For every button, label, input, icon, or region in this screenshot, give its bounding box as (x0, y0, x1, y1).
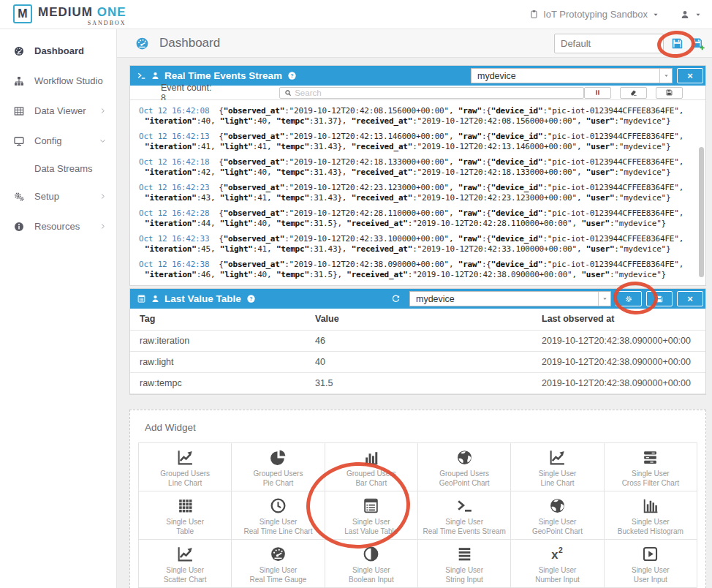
widget-tile-group: Single User (445, 565, 483, 575)
help-icon[interactable]: ? (287, 71, 297, 80)
table-cell: 2019-10-12T20:42:38.090000+00:00 (532, 351, 705, 372)
device-input[interactable] (410, 292, 598, 306)
table-row: raw:iteration462019-10-12T20:42:38.09000… (130, 330, 705, 351)
sidebar-item-label: Setup (34, 191, 59, 202)
search-input[interactable] (295, 88, 583, 97)
widget-tile-type: GeoPoint Chart (439, 478, 490, 488)
refresh-icon[interactable] (391, 294, 401, 304)
user-caret-icon[interactable] (694, 11, 702, 18)
widget-tile-single-user-boolean-input[interactable]: Single UserBoolean Input (325, 540, 418, 588)
device-input[interactable] (471, 69, 659, 83)
sidebar-item-label: Config (34, 135, 62, 146)
last-value-table-widget: Last Value Table ? × TagValueLast observ… (129, 288, 706, 395)
widget-tile-single-user-user-input[interactable]: Single UserUser Input (605, 540, 697, 588)
sidebar-item-data-streams[interactable]: Data Streams (0, 156, 116, 181)
lvt-widget-header: Last Value Table ? × (130, 289, 705, 309)
device-dropdown-button[interactable] (598, 292, 610, 306)
histogram-icon (641, 497, 659, 515)
widget-tile-grouped-users-bar-chart[interactable]: Grouped UsersBar Chart (325, 443, 418, 491)
widget-tile-single-user-real-time-events-stream[interactable]: Single UserReal Time Events Stream (418, 491, 511, 540)
widget-tile-single-user-string-input[interactable]: Single UserString Input (418, 540, 511, 588)
sidebar-item-resources[interactable]: Resources (0, 211, 116, 241)
lvt-widget-title: Last Value Table (164, 293, 241, 304)
resources-icon (13, 221, 25, 233)
line-chart-icon (176, 545, 194, 563)
brand-sub: SANDBOX (88, 20, 126, 26)
last-value-table: TagValueLast observed at raw:iteration46… (130, 309, 705, 394)
table-icon (176, 497, 194, 515)
widget-tile-type: Table (176, 527, 194, 536)
widget-tile-type: Line Chart (540, 478, 574, 488)
user-menu-icon[interactable] (680, 10, 690, 20)
sidebar-item-setup[interactable]: Setup (0, 181, 116, 211)
event-log-entry: Oct 12 16:42:23 {"observed_at":"2019-10-… (139, 183, 695, 203)
widget-tile-group: Grouped Users (254, 469, 303, 478)
widget-tile-type: Real Time Events Stream (423, 527, 505, 536)
widget-tile-single-user-number-input[interactable]: x2Single UserNumber Input (511, 540, 604, 588)
brand-name: MEDIUM ONE (38, 5, 126, 20)
lvt-save-button[interactable] (646, 291, 673, 306)
widget-tile-type: String Input (446, 575, 483, 584)
sidebar-item-label: Data Streams (34, 163, 92, 174)
widget-tile-single-user-bucketed-histogram[interactable]: Single UserBucketed Histogram (605, 491, 697, 540)
sidebar-item-workflow-studio[interactable]: Workflow Studio (0, 66, 116, 96)
widget-tile-grouped-users-line-chart[interactable]: Grouped UsersLine Chart (139, 443, 232, 491)
search-icon (284, 89, 292, 97)
widget-tile-single-user-cross-filter-chart[interactable]: Single UserCross Filter Chart (605, 443, 697, 491)
lvt-settings-button[interactable] (616, 291, 642, 306)
svg-text:?: ? (290, 73, 293, 78)
svg-text:x: x (551, 547, 558, 561)
table-list-icon (137, 294, 146, 304)
caret-down-icon (663, 72, 670, 79)
scrollbar-thumb[interactable] (699, 147, 704, 277)
widget-tile-group: Single User (445, 517, 483, 527)
widget-tile-single-user-line-chart[interactable]: Single UserLine Chart (511, 443, 604, 491)
org-caret-icon[interactable] (652, 11, 659, 18)
add-dashboard-icon[interactable] (691, 37, 705, 50)
widget-tile-single-user-real-time-line-chart[interactable]: Single UserReal Time Line Chart (232, 491, 325, 540)
widget-tile-group: Single User (166, 565, 204, 575)
single-user-icon (151, 71, 160, 80)
widget-tile-group: Grouped Users (439, 469, 489, 478)
sidebar-item-config[interactable]: Config (0, 126, 116, 156)
column-header-last-observed-at: Last observed at (532, 309, 705, 330)
widget-tile-single-user-table[interactable]: Single UserTable (139, 491, 232, 540)
sidebar-item-data-viewer[interactable]: Data Viewer (0, 96, 116, 126)
close-lvt-widget-button[interactable]: × (677, 291, 703, 306)
widget-tile-group: Single User (166, 517, 204, 527)
help-icon[interactable]: ? (246, 294, 256, 304)
svg-text:?: ? (249, 296, 252, 301)
data-viewer-icon (13, 105, 25, 117)
event-log-entry: Oct 12 16:42:08 {"observed_at":"2019-10-… (139, 106, 695, 126)
table-cell: 40 (306, 351, 532, 372)
dashboard-name-input[interactable] (554, 34, 664, 53)
event-log-entry: Oct 12 16:42:33 {"observed_at":"2019-10-… (139, 234, 695, 254)
table-cell: 46 (306, 330, 532, 351)
org-selector[interactable]: IoT Prototyping Sandbox (543, 9, 648, 20)
events-widget-title: Real Time Events Stream (164, 70, 282, 81)
save-dashboard-icon[interactable] (670, 37, 684, 50)
gauge-icon (13, 45, 25, 57)
clear-button[interactable] (620, 87, 647, 99)
line-chart-icon (176, 448, 194, 467)
close-events-widget-button[interactable]: × (677, 68, 703, 83)
pause-button[interactable] (584, 87, 611, 99)
sidebar-item-dashboard[interactable]: Dashboard (0, 36, 116, 66)
widget-tile-single-user-real-time-gauge[interactable]: Single UserReal Time Gauge (232, 540, 325, 588)
caret-down-icon (602, 295, 608, 302)
table-cell: 2019-10-12T20:42:38.090000+00:00 (532, 330, 705, 351)
device-dropdown-button[interactable] (659, 69, 672, 83)
column-header-value: Value (306, 309, 532, 330)
widget-tile-grouped-users-pie-chart[interactable]: Grouped UsersPie Chart (232, 443, 325, 491)
top-bar: M MEDIUM ONE SANDBOX IoT Prototyping San… (0, 0, 712, 29)
widget-tile-single-user-last-value-table[interactable]: Single UserLast Value Table (325, 491, 418, 540)
table-cell: raw:tempc (130, 372, 306, 393)
save-events-button[interactable] (656, 87, 683, 99)
widget-tile-type: Last Value Table (344, 527, 398, 536)
lines-icon (455, 545, 474, 563)
widget-tile-single-user-geopoint-chart[interactable]: Single UserGeoPoint Chart (511, 491, 604, 540)
widget-tile-grouped-users-geopoint-chart[interactable]: Grouped UsersGeoPoint Chart (418, 443, 511, 491)
clipboard-icon (529, 10, 539, 19)
widget-tile-single-user-scatter-chart[interactable]: Single UserScatter Chart (139, 540, 232, 588)
events-stream-widget: Real Time Events Stream ? × Event count:… (129, 65, 706, 286)
